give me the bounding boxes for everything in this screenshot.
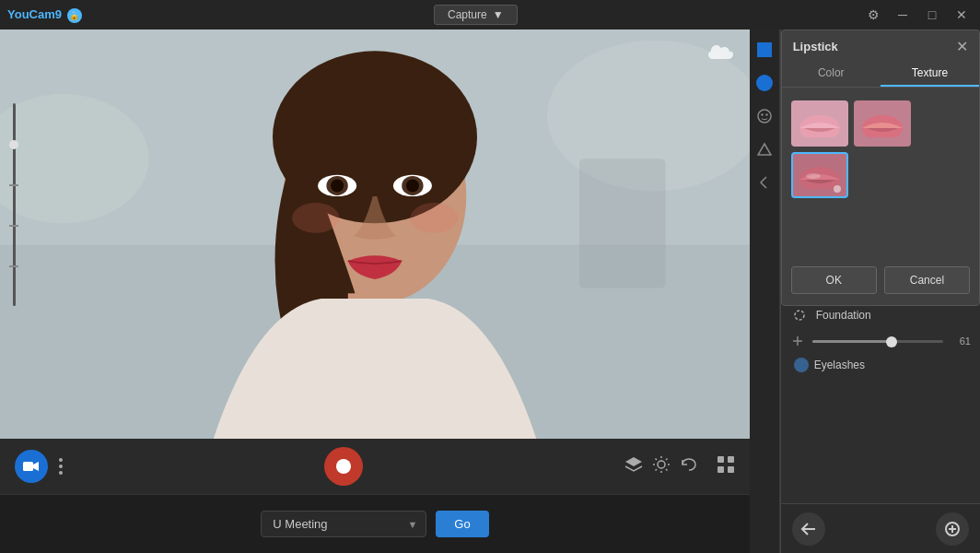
- grid-icon[interactable]: [717, 455, 735, 478]
- tab-color[interactable]: Color: [782, 61, 881, 87]
- vertical-slider[interactable]: [7, 103, 20, 306]
- svg-line-24: [666, 469, 668, 471]
- svg-point-14: [292, 203, 339, 233]
- foundation-slider-row[interactable]: 61: [781, 330, 980, 352]
- brightness-icon[interactable]: [652, 455, 671, 478]
- eyelashes-item: Eyelashes: [781, 352, 980, 378]
- eyelashes-dot: [794, 358, 809, 372]
- svg-point-33: [765, 113, 767, 115]
- popup-close-button[interactable]: ✕: [956, 38, 968, 55]
- capture-label: Capture: [448, 8, 487, 21]
- svg-marker-34: [758, 144, 771, 155]
- more-options-button[interactable]: [59, 458, 63, 475]
- foundation-slider-fill: [812, 340, 892, 343]
- meeting-select-wrapper: U Meeting ▼: [261, 511, 426, 537]
- video-background: [0, 29, 750, 439]
- panel-bottom-bar: [781, 503, 980, 553]
- popup-footer: OK Cancel: [782, 259, 979, 298]
- tab-texture[interactable]: Texture: [881, 61, 979, 87]
- capture-dropdown-arrow: ▼: [493, 8, 504, 21]
- foundation-slider-thumb[interactable]: [886, 336, 897, 347]
- minimize-button[interactable]: ─: [892, 4, 914, 26]
- eyelashes-label: Eyelashes: [814, 359, 865, 371]
- blue-square-icon: [757, 42, 772, 57]
- right-section: Lipstick ✕ Color Texture: [750, 29, 980, 553]
- popup-header: Lipstick ✕: [782, 30, 979, 61]
- foundation-slider[interactable]: [812, 340, 943, 343]
- right-panel: Lipstick ✕ Color Texture: [780, 29, 980, 553]
- cancel-button[interactable]: Cancel: [884, 266, 970, 294]
- side-toolbar: [750, 29, 780, 553]
- close-button[interactable]: ✕: [951, 4, 973, 26]
- cloud-save-icon[interactable]: [707, 42, 735, 68]
- title-bar: YouCam9 🔒 Capture ▼ ⚙ ─ □ ✕: [0, 0, 980, 29]
- bottom-bar: U Meeting ▼ Go: [0, 494, 750, 553]
- camera-button[interactable]: [15, 450, 48, 483]
- swatch-1[interactable]: [791, 100, 848, 147]
- foundation-icon: [790, 306, 809, 324]
- svg-point-39: [795, 311, 804, 320]
- svg-rect-29: [718, 466, 724, 473]
- popup-swatches: [782, 95, 979, 204]
- svg-line-25: [666, 458, 668, 460]
- lipstick-popup: Lipstick ✕ Color Texture: [781, 29, 980, 306]
- svg-line-26: [656, 469, 658, 471]
- app-version: 9: [55, 7, 62, 21]
- maximize-button[interactable]: □: [921, 4, 943, 26]
- settings-button[interactable]: ⚙: [862, 4, 884, 26]
- svg-point-13: [406, 179, 419, 192]
- sidebar-item-grid[interactable]: [752, 37, 777, 63]
- layers-icon[interactable]: [624, 456, 643, 477]
- main-layout: U Meeting ▼ Go: [0, 29, 980, 553]
- ok-button[interactable]: OK: [791, 266, 877, 294]
- sidebar-item-face[interactable]: [752, 103, 777, 129]
- go-button[interactable]: Go: [436, 511, 488, 537]
- swatch-2[interactable]: [854, 100, 911, 147]
- sidebar-item-circle[interactable]: [752, 70, 777, 96]
- video-frame: [0, 29, 750, 439]
- svg-point-15: [411, 203, 458, 233]
- panel-scroll-area: Foundation 61: [781, 297, 980, 503]
- svg-rect-17: [23, 462, 33, 471]
- popup-tabs: Color Texture: [782, 61, 979, 88]
- video-area: [0, 29, 750, 439]
- foundation-slider-icon: [790, 334, 805, 348]
- svg-rect-4: [579, 159, 665, 288]
- svg-rect-28: [728, 456, 734, 463]
- title-bar-right: ⚙ ─ □ ✕: [862, 4, 973, 26]
- svg-line-23: [656, 458, 658, 460]
- record-button[interactable]: [324, 447, 363, 486]
- title-bar-center: Capture ▼: [89, 5, 862, 25]
- svg-point-38: [806, 173, 821, 179]
- controls-bar: [0, 439, 750, 494]
- popup-title: Lipstick: [793, 40, 838, 53]
- svg-point-18: [658, 461, 665, 468]
- app-name: YouCam: [7, 7, 55, 21]
- svg-rect-27: [718, 456, 724, 463]
- blue-circle-icon: [756, 75, 773, 91]
- sidebar-item-triangle[interactable]: [752, 136, 777, 162]
- sidebar-item-arrow[interactable]: [752, 170, 777, 195]
- undo-icon[interactable]: [680, 456, 698, 477]
- back-button[interactable]: [792, 512, 825, 546]
- capture-button[interactable]: Capture ▼: [434, 5, 518, 25]
- foundation-label: Foundation: [816, 309, 871, 322]
- meeting-select[interactable]: U Meeting: [261, 511, 426, 537]
- app-logo: YouCam9 🔒: [7, 7, 82, 23]
- swatch-3[interactable]: [791, 152, 848, 198]
- logo-badge: 🔒: [67, 8, 82, 23]
- slider-thumb[interactable]: [9, 140, 18, 149]
- svg-rect-30: [728, 466, 734, 473]
- svg-point-32: [761, 113, 763, 115]
- svg-point-31: [758, 110, 771, 123]
- right-controls: [624, 455, 698, 478]
- left-panel: U Meeting ▼ Go: [0, 29, 750, 553]
- svg-point-10: [331, 179, 344, 192]
- foundation-value: 61: [951, 335, 971, 347]
- popup-empty-area: [782, 204, 979, 259]
- add-button[interactable]: [936, 512, 969, 546]
